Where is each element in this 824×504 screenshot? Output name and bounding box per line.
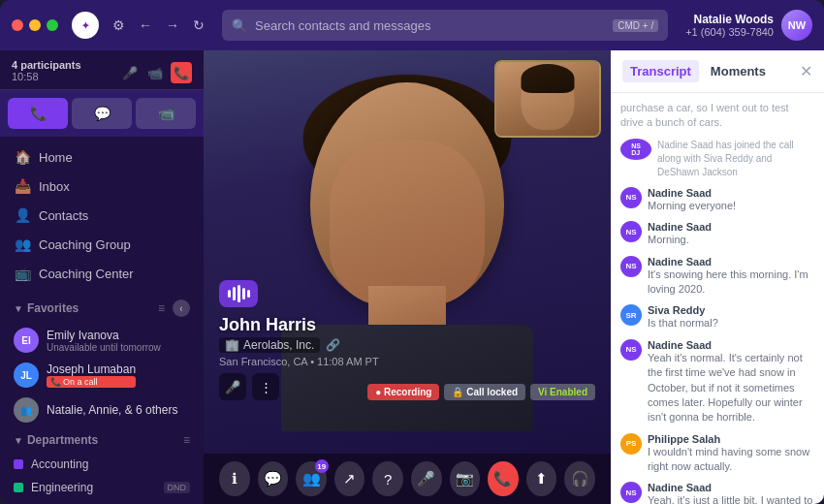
transcript-msg-5: NS Nadine Saad Yeah it's normal. It's ce… xyxy=(620,339,814,425)
favorites-menu-icon[interactable]: ≡ xyxy=(158,301,165,315)
siva-avatar: SR xyxy=(620,304,642,326)
user-avatar[interactable]: NW xyxy=(781,10,812,41)
favorites-label: Favorites xyxy=(27,301,79,315)
departments-toggle[interactable]: ▼ xyxy=(14,435,23,446)
msg-5-content: Nadine Saad Yeah it's normal. It's certa… xyxy=(648,339,814,425)
close-button[interactable] xyxy=(12,19,23,31)
headset-button[interactable]: 🎧 xyxy=(564,461,595,496)
msg-6-sender: Philippe Salah xyxy=(648,433,814,445)
refresh-icon[interactable]: ↻ xyxy=(193,17,205,33)
msg-1-content: Nadine Saad Morning everyone! xyxy=(648,187,736,213)
dept-engineering[interactable]: Engineering DND xyxy=(0,476,204,499)
transcript-system-1: purchase a car, so I went out to test dr… xyxy=(620,101,814,131)
msg-2-text: Morning. xyxy=(648,233,712,247)
minimize-button[interactable] xyxy=(29,19,41,31)
participants-label: 4 participants xyxy=(12,59,81,71)
philippe-avatar: PS xyxy=(620,433,642,455)
inbox-icon: 📥 xyxy=(14,178,31,194)
video-tab[interactable]: 📹 xyxy=(136,98,196,129)
maximize-button[interactable] xyxy=(47,19,58,31)
call-centers-section: ▼ Call Centers OFF DUTY ≡ SMB Inbound 2 … xyxy=(0,499,204,504)
link-icon[interactable]: 🔗 xyxy=(326,338,340,352)
caller-mute-button[interactable]: 🎤 xyxy=(219,373,246,400)
action-tabs: 📞 💬 📹 xyxy=(0,90,204,137)
emily-status: Unavailable until tomorrow xyxy=(47,342,161,353)
caller-actions: 🎤 ⋮ xyxy=(219,373,379,400)
video-call-button[interactable]: 📹 xyxy=(145,64,165,82)
favorite-joseph[interactable]: JL Joseph Lumaban 📞On a call xyxy=(0,358,204,393)
audio-wave xyxy=(219,280,258,307)
msg-3-content: Nadine Saad It's snowing here this morni… xyxy=(648,256,814,298)
tab-moments[interactable]: Moments xyxy=(703,60,774,82)
msg-1-sender: Nadine Saad xyxy=(648,187,736,199)
end-call-small-button[interactable]: 📞 xyxy=(171,62,192,83)
message-tab[interactable]: 💬 xyxy=(72,98,132,129)
nav-item-coaching-center[interactable]: 📺 Coaching Center xyxy=(0,259,204,288)
msg-2-content: Nadine Saad Morning. xyxy=(648,221,712,247)
favorite-group[interactable]: 👥 Natalie, Annie, & 6 others xyxy=(0,393,204,427)
user-phone: +1 (604) 359-7840 xyxy=(685,26,774,38)
back-icon[interactable]: ← xyxy=(139,17,152,33)
window-controls xyxy=(12,19,58,31)
end-call-button[interactable]: 📞 xyxy=(488,461,519,496)
transfer-button[interactable]: ↗ xyxy=(334,461,365,496)
search-icon: 🔍 xyxy=(232,18,247,33)
nav-item-home[interactable]: 🏠 Home xyxy=(0,142,204,172)
sidebar: 4 participants 10:58 🎤 📹 📞 📞 💬 📹 🏠 Home xyxy=(0,50,204,504)
nav-label-contacts: Contacts xyxy=(39,208,88,223)
title-bar: ✦ ⚙ ← → ↻ 🔍 Search contacts and messages… xyxy=(0,0,824,50)
msg-6-content: Philippe Salah I wouldn't mind having so… xyxy=(648,433,814,475)
msg-4-text: Is that normal? xyxy=(648,316,718,331)
nav-item-inbox[interactable]: 📥 Inbox xyxy=(0,172,204,201)
camera-button[interactable]: 📷 xyxy=(450,461,481,496)
group-name: Natalie, Annie, & 6 others xyxy=(47,403,177,417)
favorites-section: ▼ Favorites ≡ ‹ EI Emily Ivanova Unavail… xyxy=(0,294,204,427)
company-name: Aerolabs, Inc. xyxy=(243,338,314,352)
contacts-icon: 👤 xyxy=(14,207,31,223)
msg-2-sender: Nadine Saad xyxy=(648,221,712,233)
favorites-toggle[interactable]: ▼ xyxy=(14,303,23,314)
transcript-close-button[interactable]: ✕ xyxy=(800,62,812,80)
user-name: Natalie Woods xyxy=(685,13,774,26)
accounting-label: Accounting xyxy=(31,457,88,471)
video-badges: ● Recording 🔒 Call locked Vi Enabled xyxy=(367,384,595,400)
accounting-dot xyxy=(14,459,23,469)
settings-icon[interactable]: ⚙ xyxy=(112,17,125,33)
search-bar[interactable]: 🔍 Search contacts and messages CMD + / xyxy=(222,10,668,41)
transcript-msg-4: SR Siva Reddy Is that normal? xyxy=(620,304,814,331)
info-button[interactable]: ℹ xyxy=(219,461,250,496)
favorite-emily[interactable]: EI Emily Ivanova Unavailable until tomor… xyxy=(0,323,204,358)
nav-item-contacts[interactable]: 👤 Contacts xyxy=(0,201,204,230)
phone-tab[interactable]: 📞 xyxy=(8,98,68,129)
transcript-msg-6: PS Philippe Salah I wouldn't mind having… xyxy=(620,433,814,475)
recording-badge: ● Recording xyxy=(367,384,439,400)
forward-icon[interactable]: → xyxy=(166,17,179,33)
call-controls: 🎤 📹 📞 xyxy=(120,62,192,83)
company-badge: 🏢 Aerolabs, Inc. xyxy=(219,337,320,353)
nav-item-coaching-group[interactable]: 👥 Coaching Group xyxy=(0,230,204,259)
caller-name: John Harris xyxy=(219,315,379,335)
coaching-group-icon: 👥 xyxy=(14,236,31,252)
help-button[interactable]: ? xyxy=(372,461,403,496)
share-button[interactable]: ⬆ xyxy=(526,461,557,496)
caller-company: 🏢 Aerolabs, Inc. 🔗 xyxy=(219,337,379,353)
transcript-messages: purchase a car, so I went out to test dr… xyxy=(611,93,824,504)
mute-call-button[interactable]: 🎤 xyxy=(120,64,140,82)
dept-accounting[interactable]: Accounting xyxy=(0,453,204,476)
departments-section: ▼ Departments ≡ Accounting Engineering D… xyxy=(0,427,204,499)
on-call-badge: 📞On a call xyxy=(47,376,136,388)
system-text-1: purchase a car, so I went out to test dr… xyxy=(620,101,814,131)
sidebar-collapse-button[interactable]: ‹ xyxy=(173,299,190,317)
transcript-header: Transcript Moments ✕ xyxy=(611,50,824,93)
departments-menu-icon[interactable]: ≡ xyxy=(183,433,190,447)
msg-5-sender: Nadine Saad xyxy=(648,339,814,351)
caller-more-button[interactable]: ⋮ xyxy=(252,373,279,400)
chat-button[interactable]: 💬 xyxy=(258,461,289,496)
nadine-avatar-5: NS xyxy=(620,482,642,503)
mute-button[interactable]: 🎤 xyxy=(411,461,442,496)
app-logo: ✦ xyxy=(72,12,99,39)
participants-button[interactable]: 👥 19 xyxy=(296,461,327,496)
tab-transcript[interactable]: Transcript xyxy=(622,60,699,82)
wave-bar-1 xyxy=(228,290,231,298)
msg-1-text: Morning everyone! xyxy=(648,199,736,213)
